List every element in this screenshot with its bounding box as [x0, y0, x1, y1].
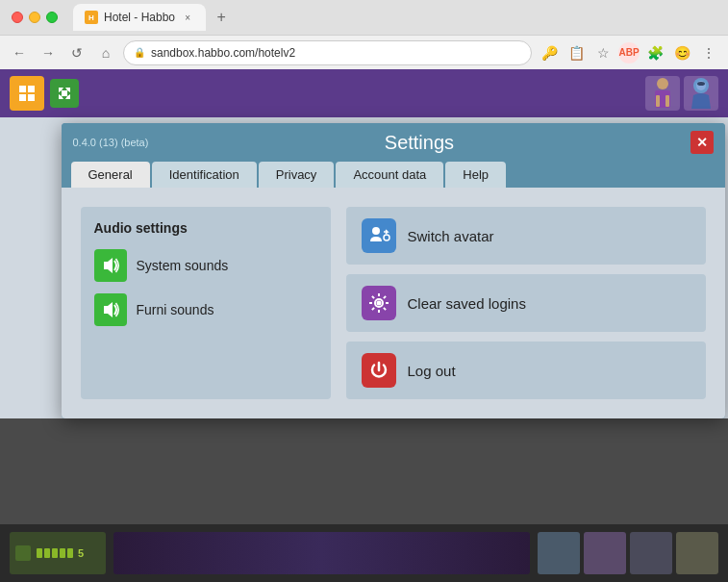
system-sounds-item[interactable]: System sounds [94, 249, 317, 282]
avatar-sprite-1 [648, 76, 677, 111]
logout-label: Log out [408, 363, 456, 379]
svg-marker-12 [104, 302, 113, 317]
furni-sounds-label: Furni sounds [137, 302, 214, 317]
audio-panel: Audio settings System sounds [81, 207, 331, 399]
bookmark-icon[interactable]: ☆ [591, 41, 615, 64]
game-button-1[interactable] [10, 76, 44, 111]
maximize-traffic-light[interactable] [46, 12, 58, 23]
svg-point-13 [372, 227, 380, 235]
tab-bar: H Hotel - Habbo × + [65, 4, 716, 31]
logout-button[interactable]: Log out [346, 342, 706, 399]
arrow-2 [44, 548, 50, 558]
dialog-tabs: General Identification Privacy Account d… [62, 162, 725, 188]
settings-dialog: 0.4.0 (13) (beta) Settings ✕ General Ide… [62, 123, 725, 418]
svg-point-14 [384, 235, 389, 240]
game-toolbar [0, 69, 728, 117]
svg-rect-10 [697, 82, 705, 86]
extension-icon[interactable]: 🧩 [643, 41, 666, 64]
svg-marker-11 [104, 258, 113, 273]
bottom-right-icons [538, 532, 718, 574]
dialog-title: Settings [148, 132, 690, 154]
arrow-4 [60, 548, 65, 558]
tab-account-data[interactable]: Account data [336, 162, 443, 188]
clear-logins-button[interactable]: Clear saved logins [346, 274, 706, 332]
bottom-arrows [37, 548, 73, 558]
close-traffic-light[interactable] [12, 12, 23, 23]
home-button[interactable]: ⌂ [94, 41, 117, 64]
bottom-icon-shield[interactable] [584, 532, 626, 574]
switch-avatar-button[interactable]: Switch avatar [346, 207, 706, 265]
key-icon[interactable]: 🔑 [538, 41, 561, 64]
tab-help[interactable]: Help [445, 162, 506, 188]
bottom-number: 5 [78, 547, 84, 559]
system-sounds-icon [94, 249, 127, 282]
switch-avatar-icon [362, 218, 396, 253]
power-icon [367, 359, 390, 382]
game-button-2[interactable] [50, 79, 79, 108]
speaker-icon [100, 255, 121, 276]
svg-rect-2 [19, 94, 26, 101]
tab-close-btn[interactable]: × [181, 11, 194, 24]
dialog-header: 0.4.0 (13) (beta) Settings ✕ [62, 123, 725, 162]
bottom-icon-1 [15, 545, 31, 561]
avatar-icon-2[interactable] [684, 76, 718, 111]
svg-rect-1 [28, 86, 35, 92]
address-bar[interactable]: 🔒 sandbox.habbo.com/hotelv2 [123, 40, 532, 65]
arrow-5 [67, 548, 73, 558]
tab-general[interactable]: General [71, 162, 150, 188]
bottom-icon-avatar[interactable] [538, 532, 580, 574]
toolbar-icons: 🔑 📋 ☆ ABP 🧩 😊 ⋮ [538, 41, 720, 64]
new-tab-button[interactable]: + [210, 6, 233, 29]
minimize-traffic-light[interactable] [29, 12, 40, 23]
svg-rect-7 [665, 95, 669, 107]
svg-rect-3 [28, 94, 35, 101]
settings-area: 0.4.0 (13) (beta) Settings ✕ General Ide… [0, 117, 728, 418]
furni-sounds-item[interactable]: Furni sounds [94, 293, 317, 326]
tab-privacy[interactable]: Privacy [259, 162, 335, 188]
arrow-1 [37, 548, 42, 558]
adblock-icon[interactable]: ABP [618, 42, 640, 63]
address-url: sandbox.habbo.com/hotelv2 [151, 46, 295, 60]
grid-icon [17, 84, 37, 103]
tab-title: Hotel - Habbo [104, 11, 175, 24]
bottom-left-panel: 5 [10, 532, 106, 574]
bottom-icon-gear[interactable] [676, 532, 718, 574]
tab-identification[interactable]: Identification [152, 162, 257, 188]
dialog-close-button[interactable]: ✕ [690, 131, 714, 154]
settings-gear-icon [367, 291, 390, 315]
action-panel: Switch avatar Clear saved logins [346, 207, 706, 399]
forward-button[interactable]: → [37, 41, 60, 64]
active-tab[interactable]: H Hotel - Habbo × [73, 4, 206, 31]
svg-rect-0 [19, 86, 26, 92]
bottom-icon-person[interactable] [630, 532, 672, 574]
clipboard-icon[interactable]: 📋 [565, 41, 588, 64]
svg-rect-6 [656, 95, 660, 107]
audio-panel-title: Audio settings [94, 220, 317, 236]
avatar-icons [645, 76, 718, 111]
speaker-icon-2 [100, 299, 121, 320]
browser-titlebar: H Hotel - Habbo × + [0, 0, 728, 35]
clear-logins-label: Clear saved logins [408, 295, 526, 312]
switch-avatar-label: Switch avatar [408, 228, 494, 244]
clear-logins-icon [362, 286, 396, 320]
reload-button[interactable]: ↺ [65, 41, 88, 64]
menu-icon[interactable]: ⋮ [697, 41, 720, 64]
svg-point-4 [657, 78, 668, 89]
tab-favicon: H [85, 11, 98, 24]
lock-icon: 🔒 [134, 47, 145, 58]
arrow-3 [52, 548, 58, 558]
browser-chrome: H Hotel - Habbo × + ← → ↺ ⌂ 🔒 sandbox.ha… [0, 0, 728, 69]
browser-toolbar: ← → ↺ ⌂ 🔒 sandbox.habbo.com/hotelv2 🔑 📋 … [0, 35, 728, 69]
svg-point-16 [376, 301, 381, 306]
dialog-body: Audio settings System sounds [62, 188, 725, 418]
back-button[interactable]: ← [8, 41, 31, 64]
profile-icon[interactable]: 😊 [670, 41, 693, 64]
avatar-switch-icon [367, 224, 390, 247]
avatar-icon-1[interactable] [645, 76, 680, 111]
dialog-version: 0.4.0 (13) (beta) [73, 137, 149, 148]
bottom-game-bar: 5 [0, 524, 728, 582]
system-sounds-label: System sounds [137, 258, 229, 273]
bottom-mid-panel [113, 532, 530, 574]
logout-icon [362, 353, 396, 388]
traffic-lights [12, 12, 58, 23]
